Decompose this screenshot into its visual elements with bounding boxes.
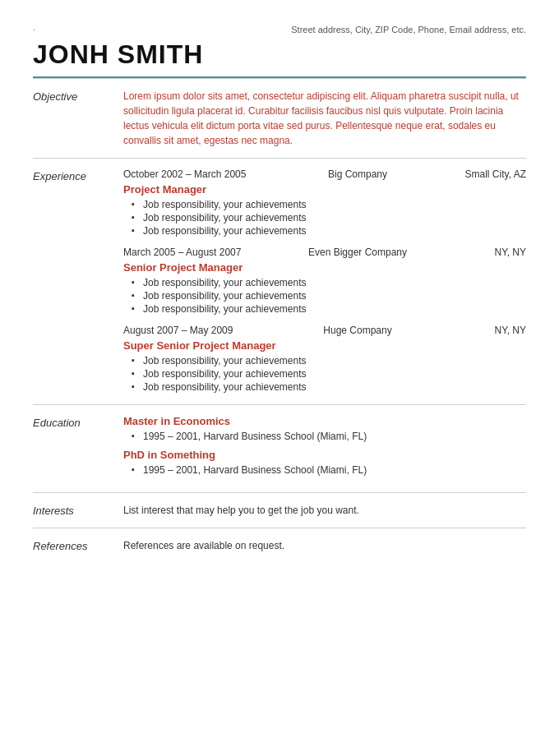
exp-bullet-2-1: Job responsibility, your achievements <box>132 368 526 380</box>
experience-label: Experience <box>33 168 123 394</box>
education-label: Education <box>33 415 123 482</box>
objective-label: Objective <box>33 89 123 148</box>
edu-degree-1: PhD in Something <box>123 449 526 461</box>
experience-section: Experience October 2002 – March 2005Big … <box>33 159 526 405</box>
interests-text: List interest that may help you to get t… <box>123 503 526 518</box>
exp-bullet-2-2: Job responsibility, your achievements <box>132 381 526 393</box>
experience-entry-0: October 2002 – March 2005Big CompanySmal… <box>123 168 526 237</box>
exp-bullets-2: Job responsibility, your achievementsJob… <box>123 355 526 393</box>
edu-bullets-1: 1995 – 2001, Harvard Business School (Mi… <box>123 464 526 476</box>
experience-entry-1: March 2005 – August 2007Even Bigger Comp… <box>123 247 526 315</box>
exp-dates-0: October 2002 – March 2005 <box>123 168 255 180</box>
exp-company-2: Huge Company <box>255 325 460 336</box>
resume-page: - Street address, City, ZIP Code, Phone,… <box>0 0 559 756</box>
education-section: Education Master in Economics1995 – 2001… <box>33 405 526 493</box>
exp-bullet-1-0: Job responsibility, your achievements <box>132 277 526 288</box>
references-text: References are available on request. <box>123 538 526 553</box>
full-name: JONH SMITH <box>33 39 526 70</box>
exp-title-2: Super Senior Project Manager <box>123 339 526 352</box>
exp-location-0: Small City, AZ <box>460 168 526 180</box>
interests-content: List interest that may help you to get t… <box>123 503 526 518</box>
exp-location-1: NY, NY <box>460 247 526 258</box>
exp-header-2: August 2007 – May 2009Huge CompanyNY, NY <box>123 325 526 336</box>
exp-header-0: October 2002 – March 2005Big CompanySmal… <box>123 168 526 180</box>
exp-dates-1: March 2005 – August 2007 <box>123 247 255 258</box>
interests-section: Interests List interest that may help yo… <box>33 493 526 528</box>
exp-location-2: NY, NY <box>460 325 526 336</box>
edu-bullet-0-0: 1995 – 2001, Harvard Business School (Mi… <box>132 431 526 442</box>
name-block: JONH SMITH <box>33 39 526 70</box>
exp-bullets-0: Job responsibility, your achievementsJob… <box>123 199 526 237</box>
experience-entry-2: August 2007 – May 2009Huge CompanyNY, NY… <box>123 325 526 393</box>
objective-content: Lorem ipsum dolor sits amet, consectetur… <box>123 89 526 148</box>
exp-bullet-0-2: Job responsibility, your achievements <box>132 225 526 237</box>
exp-bullets-1: Job responsibility, your achievementsJob… <box>123 277 526 315</box>
education-content: Master in Economics1995 – 2001, Harvard … <box>123 415 526 482</box>
references-content: References are available on request. <box>123 538 526 553</box>
exp-bullet-1-1: Job responsibility, your achievements <box>132 290 526 302</box>
interests-label: Interests <box>33 503 123 518</box>
contact-info: Street address, City, ZIP Code, Phone, E… <box>291 25 526 35</box>
exp-header-1: March 2005 – August 2007Even Bigger Comp… <box>123 247 526 258</box>
objective-text: Lorem ipsum dolor sits amet, consectetur… <box>123 89 526 148</box>
references-section: References References are available on r… <box>33 528 526 563</box>
exp-company-1: Even Bigger Company <box>255 247 460 258</box>
references-label: References <box>33 538 123 553</box>
exp-title-1: Senior Project Manager <box>123 261 526 274</box>
top-dot: - <box>33 25 35 34</box>
edu-degree-0: Master in Economics <box>123 415 526 427</box>
exp-title-0: Project Manager <box>123 183 526 196</box>
exp-company-0: Big Company <box>255 168 460 180</box>
exp-dates-2: August 2007 – May 2009 <box>123 325 255 336</box>
objective-section: Objective Lorem ipsum dolor sits amet, c… <box>33 79 526 159</box>
edu-bullet-1-0: 1995 – 2001, Harvard Business School (Mi… <box>132 464 526 476</box>
exp-bullet-0-1: Job responsibility, your achievements <box>132 212 526 224</box>
exp-bullet-1-2: Job responsibility, your achievements <box>132 303 526 315</box>
edu-bullets-0: 1995 – 2001, Harvard Business School (Mi… <box>123 431 526 442</box>
top-bar: - Street address, City, ZIP Code, Phone,… <box>33 25 526 35</box>
experience-content: October 2002 – March 2005Big CompanySmal… <box>123 168 526 394</box>
exp-bullet-2-0: Job responsibility, your achievements <box>132 355 526 366</box>
exp-bullet-0-0: Job responsibility, your achievements <box>132 199 526 210</box>
